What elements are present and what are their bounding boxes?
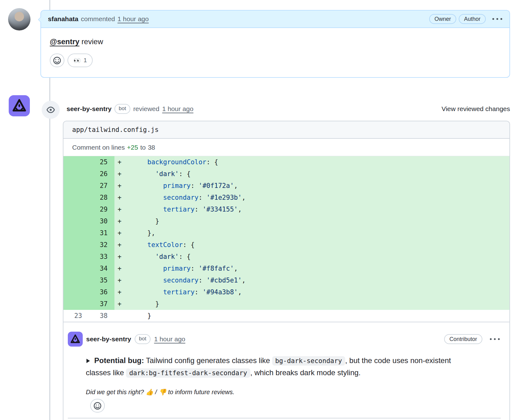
code-token: ,	[242, 194, 246, 201]
range-prefix: Comment on lines	[72, 144, 125, 151]
diff-marker: +	[114, 274, 124, 286]
old-line-number[interactable]	[63, 263, 89, 274]
review-thread-card: app/tailwind.config.js Comment on lines …	[63, 121, 510, 420]
new-line-number[interactable]: 38	[89, 310, 114, 322]
code-token: tertiary	[163, 288, 194, 296]
bot-comment-timestamp[interactable]: 1 hour ago	[154, 335, 185, 343]
diff-marker: +	[114, 227, 124, 239]
code-token: ,	[234, 265, 238, 272]
add-reaction-button[interactable]	[90, 399, 105, 413]
new-line-number[interactable]: 32	[89, 239, 114, 251]
review-author[interactable]: seer-by-sentry	[67, 105, 112, 113]
new-line-number[interactable]: 31	[89, 227, 114, 239]
new-line-number[interactable]: 35	[89, 274, 114, 286]
old-line-number[interactable]	[63, 203, 89, 215]
body-text: Tailwind config generates classes like	[144, 356, 272, 365]
diff-line-33: 33+ 'dark': {	[63, 251, 509, 263]
seer-logo-icon	[70, 334, 81, 345]
code-token: ,	[234, 182, 238, 189]
view-reviewed-changes-link[interactable]: View reviewed changes	[442, 105, 510, 113]
new-line-number[interactable]: 27	[89, 180, 114, 192]
bot-reactions-row	[90, 399, 501, 413]
code-line: + 'dark': {	[114, 168, 509, 180]
code-token	[124, 241, 147, 249]
diff-file-header: app/tailwind.config.js	[63, 121, 509, 139]
diff-line-34: 34+ primary: '#f8fafc',	[63, 263, 509, 274]
code-text: backgroundColor: {	[124, 156, 218, 168]
comment-card: sfanahata commented 1 hour ago Owner Aut…	[40, 10, 510, 78]
mention-link[interactable]: @sentry	[50, 37, 79, 46]
diff-marker: +	[114, 192, 124, 203]
new-line-number[interactable]: 37	[89, 298, 114, 310]
code-token: 'dark'	[155, 253, 179, 260]
old-line-number[interactable]	[63, 156, 89, 168]
file-path-link[interactable]: app/tailwind.config.js	[72, 126, 159, 133]
code-token: secondary	[163, 277, 198, 284]
code-text: secondary: '#cbd5e1',	[124, 274, 246, 286]
user-avatar[interactable]	[8, 8, 30, 30]
old-line-number[interactable]	[63, 274, 89, 286]
new-line-number[interactable]: 30	[89, 215, 114, 227]
code-token: : {	[179, 253, 191, 260]
inline-code: bg-dark-secondary	[272, 356, 345, 366]
add-reaction-button[interactable]	[50, 54, 64, 67]
code-token: 'dark'	[155, 170, 179, 178]
code-line: + }	[114, 298, 509, 310]
new-line-number[interactable]: 29	[89, 203, 114, 215]
reaction-count: 1	[84, 57, 87, 64]
diff-line-25: 25+ backgroundColor: {	[63, 156, 509, 168]
review-timestamp[interactable]: 1 hour ago	[162, 105, 193, 113]
new-line-number[interactable]: 28	[89, 192, 114, 203]
bot-comment-author[interactable]: seer-by-sentry	[86, 335, 131, 343]
code-line: + tertiary: '#94a3b8',	[114, 286, 509, 298]
contributor-badge: Contributor	[444, 334, 482, 344]
range-start: +25	[127, 144, 138, 151]
new-line-number[interactable]: 36	[89, 286, 114, 298]
bot-comment: seer-by-sentry bot 1 hour ago Contributo…	[63, 322, 509, 418]
eyes-reaction-button[interactable]: 👀 1	[67, 54, 93, 67]
old-line-number[interactable]	[63, 215, 89, 227]
diff-marker: +	[114, 298, 124, 310]
code-token: textColor	[147, 241, 183, 249]
code-line: + backgroundColor: {	[114, 156, 509, 168]
range-end: 38	[148, 144, 155, 151]
seer-bot-avatar[interactable]	[9, 95, 30, 116]
code-line: + textColor: {	[114, 239, 509, 251]
collapse-triangle-icon[interactable]	[86, 355, 91, 367]
code-token: ,	[242, 277, 246, 284]
diff-line-36: 36+ tertiary: '#94a3b8',	[63, 286, 509, 298]
new-line-number[interactable]: 33	[89, 251, 114, 263]
old-line-number[interactable]	[63, 227, 89, 239]
old-line-number[interactable]	[63, 239, 89, 251]
kebab-icon[interactable]	[489, 338, 501, 341]
comment-author[interactable]: sfanahata	[48, 15, 78, 23]
diff-line-27: 27+ primary: '#0f172a',	[63, 180, 509, 192]
code-token: :	[198, 194, 206, 201]
review-action: reviewed	[133, 105, 159, 113]
range-middle: to	[140, 144, 146, 151]
old-line-number[interactable]: 23	[63, 310, 89, 322]
comment-range-row: Comment on lines +25 to 38	[63, 139, 509, 156]
diff-line-32: 32+ textColor: {	[63, 239, 509, 251]
old-line-number[interactable]	[63, 192, 89, 203]
old-line-number[interactable]	[63, 298, 89, 310]
diff-line-29: 29+ tertiary: '#334155',	[63, 203, 509, 215]
diff-marker: +	[114, 215, 124, 227]
new-line-number[interactable]: 26	[89, 168, 114, 180]
diff-marker: +	[114, 251, 124, 263]
new-line-number[interactable]: 25	[89, 156, 114, 168]
seer-bot-avatar-small[interactable]	[68, 332, 83, 347]
code-token: ,	[238, 206, 242, 213]
kebab-icon[interactable]	[491, 17, 503, 21]
old-line-number[interactable]	[63, 168, 89, 180]
old-line-number[interactable]	[63, 251, 89, 263]
new-line-number[interactable]: 34	[89, 263, 114, 274]
old-line-number[interactable]	[63, 180, 89, 192]
diff-marker: +	[114, 180, 124, 192]
old-line-number[interactable]	[63, 286, 89, 298]
eyes-emoji: 👀	[73, 57, 81, 64]
code-line: + }	[114, 215, 509, 227]
code-text: primary: '#f8fafc',	[124, 263, 238, 274]
code-token: '#cbd5e1'	[207, 277, 242, 284]
comment-timestamp[interactable]: 1 hour ago	[118, 15, 149, 23]
